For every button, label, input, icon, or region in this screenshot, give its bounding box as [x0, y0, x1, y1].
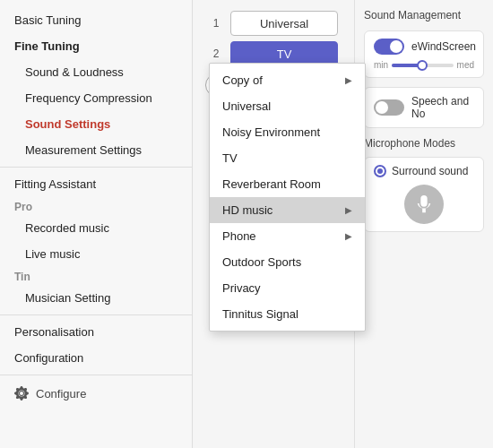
ewindscreen-slider-row: min med [374, 60, 474, 70]
menu-arrow-copy-of: ▶ [345, 75, 352, 85]
slider-med-label: med [457, 60, 474, 70]
surround-sound-row: Surround sound [374, 165, 474, 177]
menu-item-privacy-label: Privacy [222, 281, 261, 295]
menu-item-phone-label: Phone [222, 229, 256, 243]
sidebar-item-basic-tuning[interactable]: Basic Tuning [0, 7, 192, 33]
menu-item-reverberant-room[interactable]: Reverberant Room [210, 171, 365, 197]
sidebar-pro-label: Pro [0, 197, 192, 215]
menu-arrow-phone: ▶ [345, 231, 352, 241]
main-content: 1 Universal 2 TV − + Copy of ▶ Universal… [193, 0, 354, 448]
menu-item-copy-of-label: Copy of [222, 73, 263, 87]
sidebar-divider-2 [0, 314, 192, 315]
menu-item-outdoor-sports[interactable]: Outdoor Sports [210, 249, 365, 275]
ewindscreen-slider[interactable] [392, 64, 453, 67]
configure-button[interactable]: Configure [0, 379, 192, 408]
sidebar-item-live-music[interactable]: Live music [0, 241, 192, 267]
menu-item-noisy-environment[interactable]: Noisy Environment [210, 119, 365, 145]
ewindscreen-toggle-row: eWindScreen [374, 39, 474, 55]
program-slots: 1 Universal 2 TV [203, 11, 343, 66]
sidebar-item-fitting-assistant[interactable]: Fitting Assistant [0, 171, 192, 197]
sidebar-tin-label: Tin [0, 267, 192, 285]
menu-item-hd-music-label: HD music [222, 203, 272, 217]
configure-label: Configure [36, 387, 86, 401]
microphone-icon [414, 194, 434, 214]
slot-1-num: 1 [207, 11, 225, 36]
slot-1: 1 Universal [207, 11, 343, 36]
toggle-knob [390, 40, 402, 53]
speech-toggle-knob [376, 101, 388, 114]
menu-item-privacy[interactable]: Privacy [210, 275, 365, 301]
sidebar-item-measurement-settings[interactable]: Measurement Settings [0, 137, 192, 163]
menu-item-tinnitus-signal[interactable]: Tinnitus Signal [210, 301, 365, 327]
menu-item-reverberant-label: Reverberant Room [222, 177, 321, 191]
menu-arrow-hd-music: ▶ [345, 205, 352, 215]
sidebar-item-recorded-music[interactable]: Recorded music [0, 215, 192, 241]
menu-item-outdoor-label: Outdoor Sports [222, 255, 301, 269]
menu-item-hd-music[interactable]: HD music ▶ [210, 197, 365, 223]
menu-item-tv-label: TV [222, 151, 238, 165]
dropdown-menu: Copy of ▶ Universal Noisy Environment TV… [209, 63, 366, 332]
gear-icon [14, 386, 29, 401]
radio-inner [377, 168, 383, 174]
menu-item-noisy-env-label: Noisy Environment [222, 125, 320, 139]
menu-item-universal-label: Universal [222, 99, 271, 113]
menu-item-phone[interactable]: Phone ▶ [210, 223, 365, 249]
menu-item-tv[interactable]: TV [210, 145, 365, 171]
menu-item-tinnitus-label: Tinnitus Signal [222, 307, 298, 321]
ewindscreen-card: eWindScreen min med [364, 30, 484, 78]
sidebar-item-frequency-compression[interactable]: Frequency Compression [0, 85, 192, 111]
slider-min-label: min [374, 60, 388, 70]
menu-item-copy-of[interactable]: Copy of ▶ [210, 67, 365, 93]
sidebar: Basic Tuning Fine Tuning Sound & Loudnes… [0, 0, 193, 448]
speech-card: Speech and No [364, 87, 484, 128]
surround-sound-radio[interactable] [374, 165, 386, 177]
sidebar-divider-1 [0, 167, 192, 168]
mic-icon-circle[interactable] [404, 185, 444, 224]
sidebar-item-fine-tuning[interactable]: Fine Tuning [0, 33, 192, 59]
mic-card: Surround sound [364, 157, 484, 232]
microphone-modes-title: Microphone Modes [364, 137, 484, 150]
slot-1-button[interactable]: Universal [230, 11, 338, 36]
speech-label: Speech and No [411, 95, 474, 120]
surround-sound-label: Surround sound [392, 165, 468, 177]
sidebar-item-configuration[interactable]: Configuration [0, 345, 192, 371]
sidebar-divider-3 [0, 375, 192, 375]
sidebar-item-personalisation[interactable]: Personalisation [0, 319, 192, 345]
menu-item-universal[interactable]: Universal [210, 93, 365, 119]
sidebar-item-musician-setting[interactable]: Musician Setting [0, 285, 192, 311]
ewindscreen-toggle[interactable] [374, 39, 404, 55]
right-panel: Sound Management eWindScreen min med Spe… [354, 0, 493, 448]
speech-toggle[interactable] [374, 99, 404, 116]
ewindscreen-label: eWindScreen [411, 40, 476, 53]
sidebar-item-sound-settings[interactable]: Sound Settings [0, 111, 192, 137]
sidebar-item-sound-loudness[interactable]: Sound & Loudness [0, 59, 192, 85]
slider-knob [417, 60, 428, 71]
sound-management-title: Sound Management [364, 9, 484, 22]
